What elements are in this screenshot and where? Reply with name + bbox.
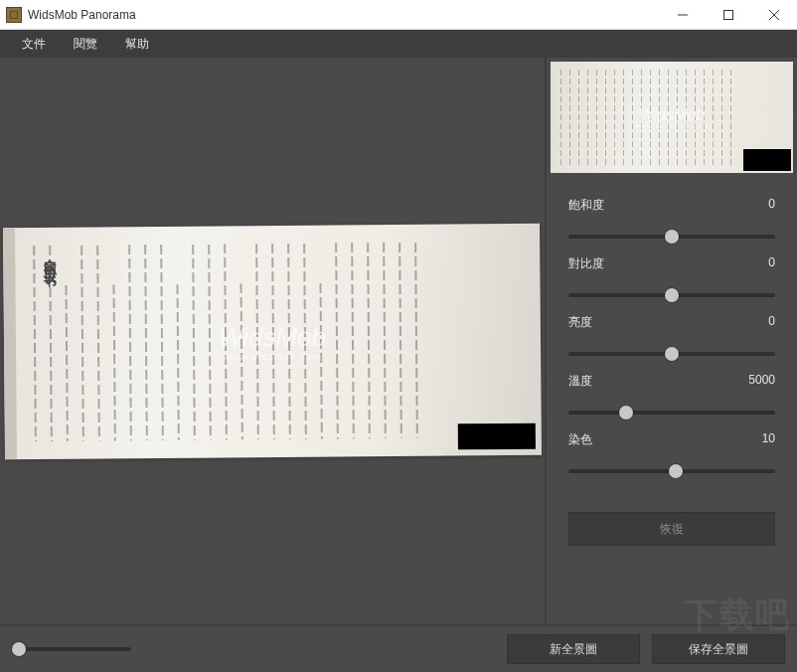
brightness-value: 0: [768, 314, 775, 331]
new-panorama-button[interactable]: 新全景圖: [507, 634, 640, 664]
saturation-knob[interactable]: [665, 230, 679, 244]
restore-button[interactable]: 恢復: [568, 512, 775, 546]
thumbnail-area: WidsMob www.widsmob.com: [547, 58, 797, 177]
temperature-label: 溫度: [568, 373, 592, 390]
saturation-value: 0: [768, 197, 775, 214]
minimize-button[interactable]: [660, 0, 706, 29]
tint-value: 10: [762, 431, 775, 448]
menubar: 文件 閱覽 幫助: [0, 30, 797, 58]
workspace: 合同协议书 WidsMob www.widsmob.com WidsMob ww…: [0, 58, 797, 624]
saturation-label: 飽和度: [568, 197, 604, 214]
panorama-thumbnail[interactable]: WidsMob www.widsmob.com: [551, 62, 793, 173]
app-icon: [6, 7, 22, 23]
close-icon: [769, 10, 779, 20]
temperature-knob[interactable]: [619, 406, 633, 420]
tint-knob[interactable]: [669, 464, 683, 478]
minimize-icon: [678, 10, 688, 20]
titlebar: WidsMob Panorama: [0, 0, 797, 30]
svg-rect-1: [724, 10, 733, 19]
temperature-slider[interactable]: [568, 404, 775, 421]
contrast-knob[interactable]: [665, 288, 679, 302]
contrast-slider[interactable]: [568, 286, 775, 304]
zoom-slider[interactable]: [12, 641, 131, 657]
brightness-slider[interactable]: [568, 345, 775, 363]
zoom-area: [12, 641, 495, 657]
saturation-slider[interactable]: [568, 228, 775, 246]
control-temperature: 溫度 5000: [568, 373, 775, 421]
control-tint: 染色 10: [568, 431, 775, 480]
panorama-preview[interactable]: 合同协议书 WidsMob www.widsmob.com: [3, 223, 542, 459]
control-brightness: 亮度 0: [568, 314, 775, 363]
brightness-knob[interactable]: [665, 347, 679, 361]
document-text-lines: [33, 241, 522, 440]
menu-view[interactable]: 閱覽: [60, 30, 111, 59]
control-saturation: 飽和度 0: [568, 197, 775, 246]
adjustment-controls: 飽和度 0 對比度 0 亮度: [547, 177, 797, 496]
contrast-value: 0: [768, 255, 775, 272]
menu-file[interactable]: 文件: [8, 30, 60, 59]
zoom-knob[interactable]: [12, 642, 26, 656]
window-title: WidsMob Panorama: [28, 8, 660, 22]
window-controls: [660, 0, 797, 29]
temperature-value: 5000: [748, 373, 775, 390]
thumb-redaction-patch: [743, 149, 791, 171]
side-panel: WidsMob www.widsmob.com 飽和度 0 對比度: [545, 58, 797, 624]
maximize-button[interactable]: [706, 0, 751, 29]
tint-label: 染色: [568, 431, 592, 448]
control-contrast: 對比度 0: [568, 255, 775, 304]
maximize-icon: [723, 10, 733, 20]
contrast-label: 對比度: [568, 255, 604, 272]
bottombar: 新全景圖 保存全景圖 下载吧: [0, 624, 797, 672]
redaction-patch: [458, 422, 536, 449]
save-panorama-button[interactable]: 保存全景圖: [652, 634, 785, 664]
tint-slider[interactable]: [568, 462, 775, 480]
main-preview-panel: 合同协议书 WidsMob www.widsmob.com: [0, 58, 545, 624]
menu-help[interactable]: 幫助: [111, 30, 163, 59]
close-button[interactable]: [751, 0, 797, 29]
brightness-label: 亮度: [568, 314, 592, 331]
